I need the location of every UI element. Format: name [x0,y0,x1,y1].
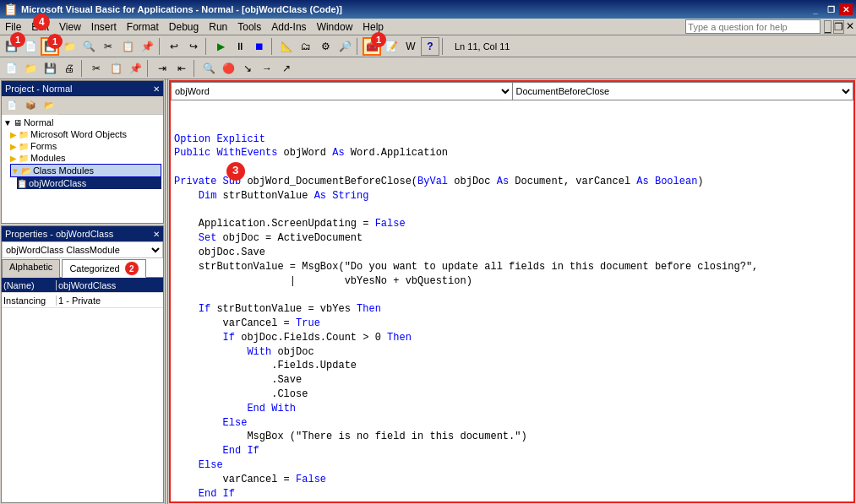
help-minimize[interactable]: _ [824,20,831,34]
tab-alphabetic-label: Alphabetic [9,262,52,272]
badge-1-ctrl: 1 [371,32,386,47]
tree-node-obj-word-class[interactable]: 📋 objWordClass [17,177,161,189]
badge-2: 2 [125,262,139,275]
tb-word-editor[interactable]: W [401,37,420,56]
tb-stop[interactable]: ⏹ [250,37,269,56]
tb2-separator-1 [81,60,85,77]
title-bar: 📋 Microsoft Visual Basic for Application… [0,0,856,19]
prop-key-name: (Name) [2,280,57,290]
tb-run[interactable]: ▶ [211,37,230,56]
help-restore[interactable]: ❐ [833,20,844,34]
toolbar-2: 📄 📁 💾 🖨 ✂ 📋 📌 ⇥ ⇤ 🔍 🔴 ↘ → ↗ [0,57,856,79]
props-title: Properties - objWordClass [5,229,113,239]
tb-project-explorer[interactable]: 🗂 [297,37,315,56]
tree-node-class-modules[interactable]: ▼ 📂 Class Modules [10,164,161,177]
folder-icon-1: 📁 [19,130,29,139]
folder-icon-3: 📁 [19,154,29,163]
code-object-select[interactable]: objWord [171,82,512,100]
tb2-open2[interactable]: 📁 [21,59,40,78]
badge-3-overlay: 3 [177,148,245,195]
project-panel-header: Project - Normal ✕ [2,81,163,96]
tb2-new[interactable]: 📄 [2,59,20,78]
proj-tb-view-object[interactable]: 📦 [21,96,40,115]
tree-node-word-objects[interactable]: ▶ 📁 Microsoft Word Objects [10,128,161,140]
tb-save[interactable]: 💾 1 [41,37,59,56]
prop-val-instancing: 1 - Private [57,295,163,306]
toolbar-separator-1 [159,38,162,55]
restore-button[interactable]: ❐ [824,3,837,15]
menu-bar: File Edit 4 View Insert Format Debug Run… [0,19,856,35]
close-button[interactable]: ✕ [839,3,853,15]
tb2-toggle-bp[interactable]: 🔴 [219,59,237,78]
tb-help[interactable]: ? [421,37,439,56]
toolbar-separator-2 [205,38,209,55]
tb-cut[interactable]: ✂ [99,37,117,56]
vertical-divider[interactable] [165,79,168,504]
tree-label-word-objects: Microsoft Word Objects [30,129,127,139]
toolbar-separator-4 [357,38,360,55]
tb-object-browser[interactable]: 🔎 [335,37,354,56]
badge-3-circle: 3 [226,162,245,181]
menu-insert[interactable]: Insert [86,20,122,34]
tree-node-normal[interactable]: ▼ 🖥 Normal [3,117,161,128]
proj-tb-toggle-folders[interactable]: 📂 [40,96,58,115]
tb-pause[interactable]: ⏸ [231,37,249,56]
props-close-icon[interactable]: ✕ [153,230,160,239]
tree-label-forms: Forms [30,141,57,151]
props-class-dropdown[interactable]: objWordClass ClassModule [2,241,163,258]
project-close-icon[interactable]: ✕ [153,84,160,94]
tb2-find2[interactable]: 🔍 [199,59,218,78]
props-row-instancing[interactable]: Instancing 1 - Private [2,293,163,308]
tree-node-forms[interactable]: ▶ 📁 Forms [10,140,161,152]
tb-undo[interactable]: ↩ [165,37,183,56]
project-toolbar: 📄 📦 📂 [2,96,163,115]
tb-redo[interactable]: ↪ [184,37,203,56]
tb2-paste2[interactable]: 📌 [126,59,144,78]
tb2-cut2[interactable]: ✂ [87,59,106,78]
props-panel-header: Properties - objWordClass ✕ [2,226,163,241]
code-procedure-select[interactable]: DocumentBeforeClose [512,82,854,100]
app-icon: 📋 [3,3,18,16]
tb2-outdent[interactable]: ⇤ [172,59,191,78]
project-title: Project - Normal [5,84,72,94]
window-title: Microsoft Visual Basic for Applications … [21,4,342,14]
tb2-save2[interactable]: 💾 [41,59,59,78]
menu-tools[interactable]: Tools [232,20,266,34]
tb-paste[interactable]: 📌 [138,37,156,56]
menu-edit[interactable]: Edit 4 [26,20,54,34]
tb-find[interactable]: 🔍 [79,37,98,56]
tb2-step-into[interactable]: ↘ [238,59,257,78]
menu-debug[interactable]: Debug [164,20,204,34]
minimize-button[interactable]: _ [809,3,822,15]
menu-run[interactable]: Run [204,20,232,34]
project-tree: ▼ 🖥 Normal ▶ 📁 Microsoft Word Objects ▶ … [2,115,163,223]
help-search-input[interactable] [685,19,821,34]
props-row-name[interactable]: (Name) objWordClass [2,278,163,293]
tab-alphabetic[interactable]: Alphabetic [2,259,60,278]
tree-label-normal: Normal [24,117,53,127]
tb-open[interactable]: 📁 [60,37,79,56]
code-editor[interactable]: 3 Option Explicit Public WithEvents objW… [171,100,853,501]
tb2-step-over[interactable]: → [258,59,276,78]
folder-icon-2: 📁 [19,142,29,151]
tb-copy[interactable]: 📋 [118,37,137,56]
help-close[interactable]: ✕ [846,20,854,34]
tb2-separator-3 [194,60,197,77]
tb2-copy2[interactable]: 📋 [106,59,125,78]
menu-help[interactable]: Help [357,20,389,34]
menu-window[interactable]: Window [312,20,358,34]
tb-design-mode[interactable]: 📐 [277,37,296,56]
menu-format[interactable]: Format [122,20,164,34]
tb2-step-out[interactable]: ↗ [277,59,296,78]
tb-properties[interactable]: ⚙ [316,37,335,56]
tb2-indent[interactable]: ⇥ [153,59,172,78]
properties-panel: Properties - objWordClass ✕ objWordClass… [1,225,164,503]
proj-tb-view-code[interactable]: 📄 [3,96,21,115]
tree-label-class-modules: Class Modules [33,165,94,176]
menu-file[interactable]: File [0,20,26,34]
menu-view[interactable]: View [54,20,86,34]
tree-node-modules[interactable]: ▶ 📁 Modules [10,152,161,164]
menu-addins[interactable]: Add-Ins [266,20,311,34]
tb2-print[interactable]: 🖨 [60,59,79,78]
tab-categorized[interactable]: Categorized 2 [62,259,145,278]
